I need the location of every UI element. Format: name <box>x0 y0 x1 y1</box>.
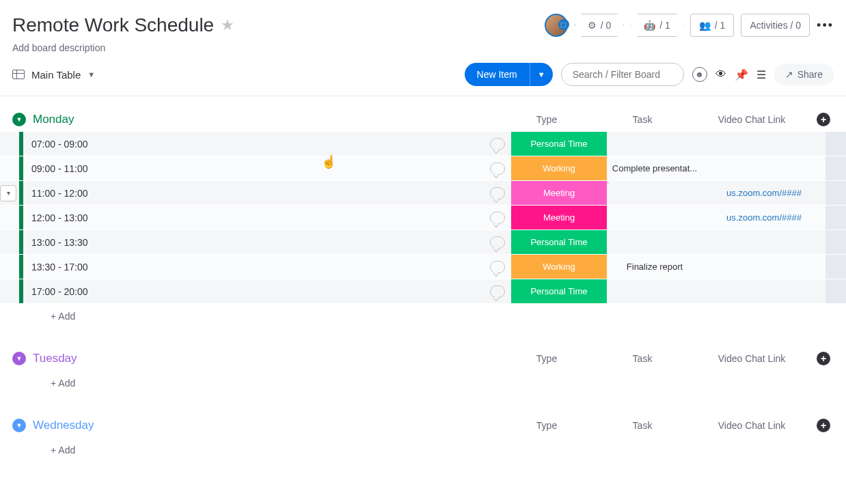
row-end-spacer <box>825 181 846 205</box>
link-cell[interactable] <box>702 132 825 156</box>
task-cell[interactable] <box>607 132 702 156</box>
column-header-task[interactable]: Task <box>595 114 690 125</box>
search-input[interactable] <box>561 63 684 86</box>
column-header-link[interactable]: Video Chat Link <box>690 353 813 364</box>
group-title[interactable]: Tuesday <box>33 352 77 365</box>
row-time-cell[interactable]: 07:00 - 09:00 <box>23 132 484 156</box>
chat-icon[interactable] <box>484 279 511 303</box>
table-row[interactable]: 09:00 - 11:00 Working Complete presentat… <box>0 156 846 181</box>
column-header-type[interactable]: Type <box>499 114 595 125</box>
favorite-star-icon[interactable]: ★ <box>221 16 234 34</box>
task-cell[interactable] <box>607 181 702 205</box>
add-row-button[interactable]: + Add <box>23 311 75 322</box>
link-cell[interactable] <box>702 279 825 303</box>
task-cell[interactable] <box>607 279 702 303</box>
people-count: / 1 <box>715 20 726 31</box>
share-label: Share <box>797 69 823 80</box>
row-end-spacer <box>825 132 846 156</box>
plug-icon: ⚙ <box>588 20 597 31</box>
row-time-cell[interactable]: 11:00 - 12:00 <box>23 181 484 205</box>
table-icon <box>12 70 25 79</box>
column-header-type[interactable]: Type <box>499 353 595 364</box>
type-cell[interactable]: Meeting <box>511 181 607 205</box>
row-end-spacer <box>825 230 846 254</box>
link-cell[interactable]: us.zoom.com/#### <box>702 181 825 205</box>
chat-icon[interactable] <box>484 181 511 205</box>
avatar-badge-icon: ⬚ <box>558 19 569 30</box>
link-cell[interactable] <box>702 230 825 254</box>
column-header-task[interactable]: Task <box>595 353 690 364</box>
share-arrow-icon: ↗ <box>785 69 793 80</box>
group-title[interactable]: Wednesday <box>33 419 94 432</box>
column-header-type[interactable]: Type <box>499 420 595 431</box>
row-end-spacer <box>825 279 846 303</box>
more-options-icon[interactable]: ••• <box>817 18 834 33</box>
share-button[interactable]: ↗ Share <box>774 64 834 85</box>
collapse-toggle-icon[interactable]: ▼ <box>12 419 26 432</box>
table-row[interactable]: 12:00 - 13:00 Meeting us.zoom.com/#### <box>0 206 846 230</box>
type-cell[interactable]: Working <box>511 156 607 180</box>
table-row[interactable]: 07:00 - 09:00 Personal Time <box>0 132 846 156</box>
collapse-toggle-icon[interactable]: ▼ <box>12 113 26 126</box>
type-cell[interactable]: Personal Time <box>511 230 607 254</box>
board-description[interactable]: Add board description <box>12 42 834 53</box>
chat-icon[interactable] <box>484 255 511 279</box>
avatar[interactable]: ⬚ <box>545 14 568 37</box>
type-cell[interactable]: Personal Time <box>511 132 607 156</box>
task-cell[interactable]: Finalize report <box>607 255 702 279</box>
row-end-spacer <box>825 156 846 180</box>
column-header-task[interactable]: Task <box>595 420 690 431</box>
row-time-cell[interactable]: 13:30 - 17:00 <box>23 255 484 279</box>
table-row[interactable]: ▾ 11:00 - 12:00 Meeting us.zoom.com/#### <box>0 181 846 206</box>
person-filter-icon[interactable]: ☻ <box>692 67 707 82</box>
chat-icon[interactable] <box>484 206 511 229</box>
column-header-link[interactable]: Video Chat Link <box>690 114 813 125</box>
task-cell[interactable] <box>607 230 702 254</box>
people-pill[interactable]: 👥 / 1 <box>690 14 735 37</box>
add-row-button[interactable]: + Add <box>23 445 75 456</box>
add-column-button[interactable]: + <box>813 419 834 432</box>
type-cell[interactable]: Personal Time <box>511 279 607 303</box>
link-cell[interactable] <box>702 255 825 279</box>
robot-icon: 🤖 <box>644 20 655 31</box>
link-cell[interactable]: us.zoom.com/#### <box>702 206 825 229</box>
new-item-button[interactable]: New Item <box>465 63 530 86</box>
column-header-link[interactable]: Video Chat Link <box>690 420 813 431</box>
row-end-spacer <box>825 255 846 279</box>
row-time-cell[interactable]: 12:00 - 13:00 <box>23 206 484 229</box>
type-cell[interactable]: Working <box>511 255 607 279</box>
pin-icon[interactable]: 📌 <box>735 68 748 81</box>
task-cell[interactable] <box>607 206 702 229</box>
table-row[interactable]: 13:00 - 13:30 Personal Time <box>0 230 846 255</box>
type-cell[interactable]: Meeting <box>511 206 607 229</box>
collapse-toggle-icon[interactable]: ▼ <box>12 352 26 365</box>
chat-icon[interactable] <box>484 230 511 254</box>
activities-label: Activities / 0 <box>750 20 801 31</box>
table-row[interactable]: 17:00 - 20:00 Personal Time <box>0 279 846 304</box>
task-cell[interactable]: Complete presentat... <box>607 156 702 180</box>
new-item-dropdown-button[interactable]: ▼ <box>530 63 553 86</box>
board-title[interactable]: Remote Work Schedule <box>12 14 214 36</box>
row-time-cell[interactable]: 09:00 - 11:00 <box>23 156 484 180</box>
row-time-cell[interactable]: 17:00 - 20:00 <box>23 279 484 303</box>
expand-row-icon[interactable]: ▾ <box>0 185 16 201</box>
hide-icon[interactable]: 👁 <box>715 68 726 81</box>
add-row-button[interactable]: + Add <box>23 378 75 389</box>
table-row[interactable]: 13:30 - 17:00 Working Finalize report <box>0 255 846 279</box>
link-cell[interactable] <box>702 156 825 180</box>
row-time-cell[interactable]: 13:00 - 13:30 <box>23 230 484 254</box>
people-icon: 👥 <box>699 20 711 31</box>
filter-icon[interactable]: ☰ <box>756 68 766 81</box>
add-column-button[interactable]: + <box>813 113 834 126</box>
integrations-pill[interactable]: ⚙ / 0 <box>575 14 625 37</box>
chat-icon[interactable] <box>484 156 511 180</box>
view-name: Main Table <box>31 69 81 81</box>
view-selector[interactable]: Main Table ▼ <box>12 69 95 81</box>
integrations-count: / 0 <box>601 20 612 31</box>
activities-pill[interactable]: Activities / 0 <box>741 14 810 37</box>
chevron-down-icon: ▼ <box>87 70 95 79</box>
group-title[interactable]: Monday <box>33 113 74 126</box>
automations-pill[interactable]: 🤖 / 1 <box>631 14 683 37</box>
add-column-button[interactable]: + <box>813 352 834 365</box>
chat-icon[interactable] <box>484 132 511 156</box>
